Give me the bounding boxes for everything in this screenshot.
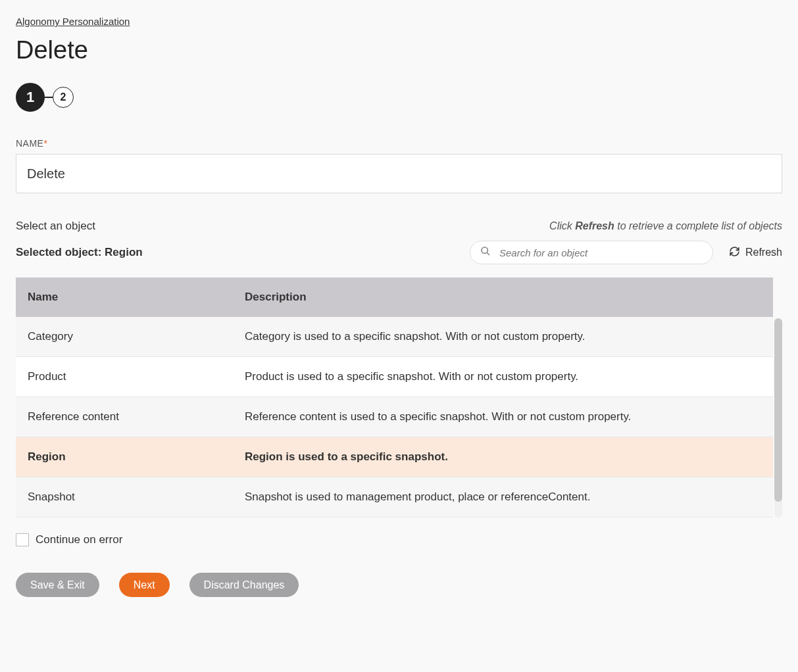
selected-object-label: Selected object: Region <box>16 246 143 259</box>
continue-on-error-checkbox[interactable] <box>16 533 29 546</box>
search-icon <box>480 246 491 259</box>
name-field-label: NAME* <box>16 138 782 149</box>
cell-name: Reference content <box>16 397 233 437</box>
step-1[interactable]: 1 <box>16 83 45 112</box>
cell-name: Product <box>16 357 233 397</box>
refresh-button[interactable]: Refresh <box>729 246 782 260</box>
name-input[interactable] <box>16 154 782 193</box>
header-name[interactable]: Name <box>16 277 233 317</box>
scrollbar-thumb[interactable] <box>774 318 782 502</box>
stepper: 1 2 <box>16 83 782 112</box>
table-row[interactable]: SnapshotSnapshot is used to management p… <box>16 477 773 517</box>
refresh-hint: Click Refresh to retrieve a complete lis… <box>549 220 782 232</box>
cell-description: Region is used to a specific snapshot. <box>233 437 773 477</box>
refresh-icon <box>729 246 740 260</box>
table-header-row: Name Description <box>16 277 773 317</box>
scrollbar[interactable] <box>774 318 782 517</box>
save-exit-button[interactable]: Save & Exit <box>16 573 99 597</box>
continue-on-error-label: Continue on error <box>36 533 122 546</box>
cell-description: Reference content is used to a specific … <box>233 397 773 437</box>
table-row[interactable]: RegionRegion is used to a specific snaps… <box>16 437 773 477</box>
breadcrumb[interactable]: Algonomy Personalization <box>16 16 130 27</box>
table-row[interactable]: Reference contentReference content is us… <box>16 397 773 437</box>
table-row[interactable]: ProductProduct is used to a specific sna… <box>16 357 773 397</box>
table-row[interactable]: CategoryCategory is used to a specific s… <box>16 317 773 357</box>
svg-line-1 <box>487 252 489 255</box>
search-input[interactable] <box>470 241 713 264</box>
discard-changes-button[interactable]: Discard Changes <box>189 573 299 597</box>
cell-name: Snapshot <box>16 477 233 517</box>
next-button[interactable]: Next <box>119 573 170 597</box>
cell-description: Category is used to a specific snapshot.… <box>233 317 773 357</box>
object-table-container: Name Description CategoryCategory is use… <box>16 277 782 517</box>
object-table: Name Description CategoryCategory is use… <box>16 277 773 517</box>
refresh-label: Refresh <box>745 247 782 258</box>
cell-description: Snapshot is used to management product, … <box>233 477 773 517</box>
required-indicator: * <box>43 138 47 149</box>
cell-name: Region <box>16 437 233 477</box>
cell-description: Product is used to a specific snapshot. … <box>233 357 773 397</box>
step-2[interactable]: 2 <box>53 87 74 108</box>
step-connector <box>45 97 53 98</box>
svg-point-0 <box>482 247 487 253</box>
select-object-label: Select an object <box>16 220 95 233</box>
header-description[interactable]: Description <box>233 277 773 317</box>
page-title: Delete <box>16 36 782 64</box>
cell-name: Category <box>16 317 233 357</box>
